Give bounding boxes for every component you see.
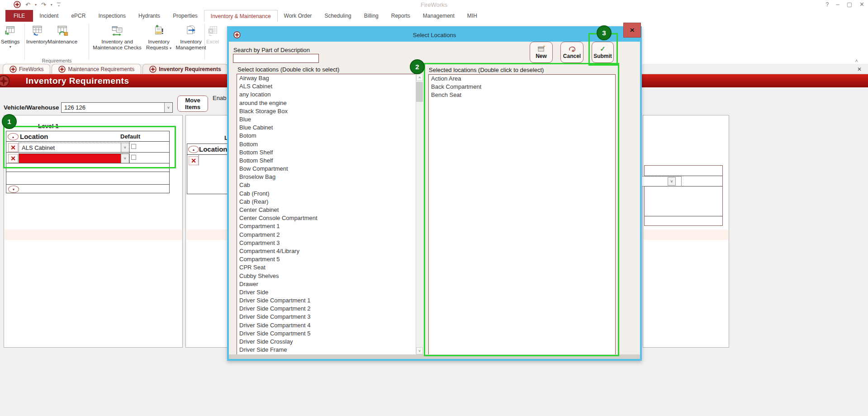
inventory-requirements-button[interactable]: Inventory	[26, 22, 47, 45]
location-option[interactable]: Compartment 4/Library	[237, 247, 424, 255]
location-option[interactable]: Driver Side Compartment 1	[237, 296, 424, 305]
settings-dropdown-icon: ▾	[9, 45, 11, 49]
inventory-and-maintenance-checks-button[interactable]: Inventory andMaintenance Checks	[90, 22, 144, 51]
row-down-button[interactable]: ▼	[8, 186, 19, 193]
ribbon-tab-inventory-maintenance[interactable]: Inventory & Maintenance	[204, 10, 278, 22]
location-option[interactable]: ALS Cabinet	[237, 82, 424, 91]
close-window-button[interactable]: ✕	[859, 1, 864, 8]
location-option[interactable]: Drawer	[237, 280, 424, 288]
close-tab-icon[interactable]: ✕	[857, 66, 862, 72]
location-option[interactable]: any location	[237, 91, 424, 99]
location-option[interactable]: Center Cabinet	[237, 206, 424, 214]
settings-button[interactable]: Settings ▾	[1, 22, 20, 49]
location-option[interactable]: Compartment 3	[237, 239, 424, 247]
customize-toolbar-icon[interactable]: ⌄	[57, 3, 61, 7]
restore-button[interactable]: ▢	[847, 1, 852, 8]
location-option[interactable]: Driver Side Compartment 5	[237, 330, 424, 338]
location-option[interactable]: Black Storage Box	[237, 107, 424, 115]
new-icon	[537, 46, 545, 52]
fire-dept-emblem-icon	[9, 66, 17, 73]
move-items-button[interactable]: Move Items	[177, 96, 208, 112]
scroll-up-icon[interactable]: ˄	[416, 74, 423, 81]
ribbon-tab[interactable]: Scheduling	[318, 10, 357, 22]
location-option[interactable]: CPR Seat	[237, 263, 424, 272]
minimize-button[interactable]: –	[836, 1, 840, 8]
ribbon-tab[interactable]: Incident	[33, 10, 65, 22]
location-combobox[interactable]: ˅	[639, 176, 682, 186]
level3-table: ˅	[644, 165, 723, 226]
excel-export-button[interactable]: X Excel	[206, 22, 219, 45]
ribbon-tab-file[interactable]: FILE	[5, 10, 33, 22]
excel-icon: X	[207, 25, 219, 37]
undo-dropdown-icon[interactable]: ▾	[35, 3, 37, 7]
maintenance-requirements-button[interactable]: Maintenance	[47, 22, 77, 45]
location-dropdown-icon[interactable]: ˅	[668, 177, 676, 186]
title-bar: FireWorks ↶ ▾ ↷ ▾ ⌄ ? – ▢ ✕	[0, 0, 868, 10]
scrollbar-thumb[interactable]	[416, 82, 423, 102]
available-list-scrollbar[interactable]: ˄ ˅	[416, 74, 424, 354]
location-option[interactable]: Driver Side Compartment 3	[237, 313, 424, 321]
redo-icon[interactable]: ↷	[41, 1, 46, 8]
cancel-button[interactable]: Cancel	[560, 42, 583, 63]
location-option[interactable]: Cab (Rear)	[237, 198, 424, 206]
help-button[interactable]: ?	[825, 1, 829, 8]
vehicle-dropdown-icon[interactable]: ˅	[164, 103, 172, 112]
vehicle-warehouse-select[interactable]: 126 126 ˅	[61, 102, 173, 113]
row-up-button[interactable]: ▲	[188, 146, 199, 153]
new-button[interactable]: New	[530, 42, 553, 63]
location-option[interactable]: Driver Side Compartment 4	[237, 321, 424, 330]
location-option[interactable]: Driver Side Frame	[237, 346, 424, 354]
available-locations-list[interactable]: Airway BagALS Cabinetany locationaround …	[237, 74, 424, 355]
location-option[interactable]: Bow Compartment	[237, 165, 424, 173]
inventory-requests-button[interactable]: ! Inventory Requests ▾	[144, 22, 174, 51]
ribbon-tab[interactable]: ePCR	[65, 10, 92, 22]
location-option[interactable]: Driver Side Compartment 2	[237, 305, 424, 313]
location-option[interactable]: Botom	[237, 132, 424, 140]
vehicle-warehouse-label: Vehicle/Warehouse	[4, 104, 59, 111]
location-option[interactable]: Compartment 1	[237, 222, 424, 230]
location-option[interactable]: Compartment 2	[237, 231, 424, 239]
document-tab[interactable]: Maintenance Requirements	[52, 64, 141, 74]
collapse-ribbon-icon[interactable]: ˄	[855, 58, 858, 63]
document-tab-inventory-requirements[interactable]: Inventory Requirements	[142, 64, 228, 74]
location-option[interactable]: Bottom Shelf	[237, 157, 424, 165]
location-option[interactable]: Bottom	[237, 140, 424, 148]
ribbon-tab[interactable]: Billing	[358, 10, 385, 22]
location-option[interactable]: Compartment 5	[237, 255, 424, 263]
dialog-close-button[interactable]: ✕	[623, 23, 641, 38]
ribbon-tab[interactable]: Management	[417, 10, 461, 22]
ribbon-tab[interactable]: Hydrants	[132, 10, 166, 22]
svg-text:X: X	[209, 29, 212, 33]
dialog-title-bar[interactable]: Select Locations	[229, 28, 640, 42]
ribbon-tab[interactable]: Properties	[166, 10, 204, 22]
location-option[interactable]: Cab	[237, 181, 424, 189]
location-option[interactable]: Cubby Shelves	[237, 272, 424, 280]
close-icon: ✕	[630, 27, 635, 33]
ribbon-tab[interactable]: MIH	[461, 10, 484, 22]
location-option[interactable]: Driver Side	[237, 288, 424, 296]
location-option[interactable]: Blue	[237, 115, 424, 124]
location-option[interactable]: Center Console Compartment	[237, 214, 424, 222]
undo-icon[interactable]: ↶	[25, 1, 30, 8]
fireworks-logo-icon	[14, 1, 21, 8]
inventory-management-button[interactable]: InventoryManagement	[174, 22, 208, 51]
location-option[interactable]: Broselow Bag	[237, 173, 424, 181]
banner-emblem-icon	[0, 75, 10, 87]
location-option[interactable]: Cab (Front)	[237, 190, 424, 198]
ribbon-tab[interactable]: Inspections	[92, 10, 132, 22]
redo-dropdown-icon[interactable]: ▾	[51, 3, 52, 7]
location-option[interactable]: around the engine	[237, 99, 424, 107]
checks-icon	[109, 25, 125, 37]
location-option[interactable]: Driver Side Crosslay	[237, 338, 424, 346]
ribbon-tab[interactable]: Reports	[385, 10, 417, 22]
scroll-down-icon[interactable]: ˅	[416, 347, 423, 354]
inventory-icon	[31, 25, 43, 37]
document-tab[interactable]: FireWorks	[3, 64, 50, 74]
location-option[interactable]: Airway Bag	[237, 74, 424, 82]
application-window: FireWorks ↶ ▾ ↷ ▾ ⌄ ? – ▢ ✕ Epr-TsWeb101…	[0, 0, 868, 416]
location-option[interactable]: Blue Cabinet	[237, 124, 424, 132]
search-input[interactable]	[233, 54, 319, 63]
ribbon-tab[interactable]: Work Order	[278, 10, 318, 22]
location-option[interactable]: Bottom Shelf	[237, 148, 424, 157]
delete-row-button[interactable]: ✕	[189, 156, 199, 165]
